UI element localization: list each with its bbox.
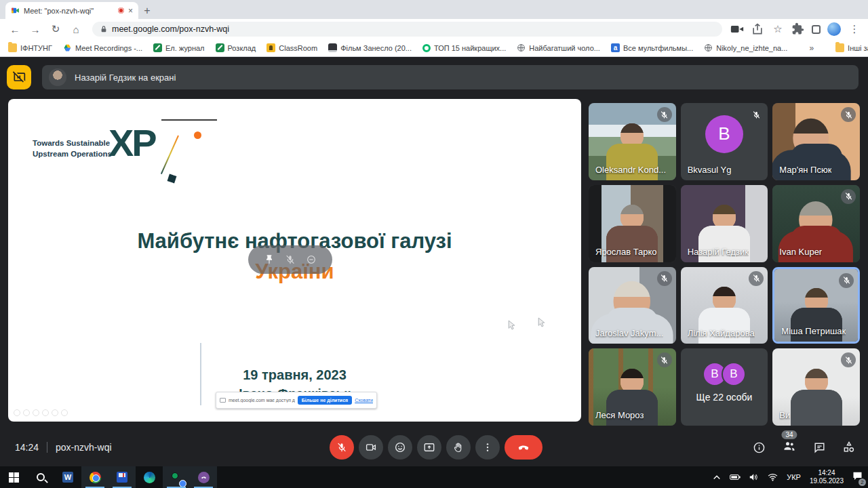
battery-icon[interactable] <box>730 473 741 481</box>
leave-call-button[interactable] <box>505 435 542 460</box>
taskbar-app-maps[interactable] <box>163 466 190 488</box>
taskbar-app-word[interactable]: W <box>54 466 81 488</box>
browser-menu-icon[interactable]: ⋮ <box>848 21 861 37</box>
participant-tile[interactable]: Ви <box>772 348 860 426</box>
pin-icon[interactable] <box>264 254 275 265</box>
side-panel-icon[interactable] <box>812 25 821 34</box>
ring-icon <box>422 44 431 52</box>
forward-icon[interactable]: → <box>27 21 43 37</box>
wifi-icon[interactable] <box>768 473 778 481</box>
tray-chevron-icon[interactable] <box>713 474 721 481</box>
mic-off-icon[interactable] <box>285 254 296 265</box>
mic-off-icon <box>844 356 853 365</box>
camera-toggle-button[interactable] <box>359 435 383 460</box>
bookmark-item[interactable]: Meet Recordings -... <box>63 43 142 52</box>
stop-presentation-button[interactable] <box>7 65 31 89</box>
language-indicator[interactable]: УКР <box>787 473 801 481</box>
stop-sharing-button[interactable]: Більше не ділитися <box>298 396 352 405</box>
start-icon <box>9 472 19 483</box>
raise-hand-button[interactable] <box>446 435 471 460</box>
participant-tile[interactable]: Oleksandr Kond... <box>589 103 676 180</box>
bookmark-item[interactable]: Найбагатший чоло... <box>517 43 600 52</box>
bookmark-item[interactable]: ТОП 15 найкращих... <box>422 44 506 52</box>
slide-logo-tagline: Towards Sustainable Upstream Operations <box>33 138 112 159</box>
mouse-cursor-icon <box>507 320 516 330</box>
participant-tile[interactable]: Ярослав Тарко <box>589 185 676 262</box>
journal-icon <box>153 43 162 52</box>
activities-icon[interactable] <box>842 441 856 454</box>
meet-bottom-bar: 14:24 pox-nzvh-wqi <box>0 428 868 466</box>
extensions-icon[interactable] <box>791 21 805 37</box>
mic-off-icon <box>842 276 851 285</box>
taskbar-app-floppy[interactable] <box>108 466 136 488</box>
presenting-banner[interactable]: Назарій Гедзик на екрані <box>42 65 859 89</box>
anime-icon: a <box>611 43 620 52</box>
home-icon[interactable]: ⌂ <box>68 21 84 37</box>
share-icon[interactable] <box>751 21 764 37</box>
camera-in-use-icon[interactable] <box>730 21 744 37</box>
tile-hover-controls <box>248 245 332 274</box>
mic-off-icon <box>844 192 853 201</box>
participant-name: Леся Мороз <box>595 410 644 420</box>
volume-icon[interactable] <box>749 473 759 481</box>
bookmarks-overflow-icon[interactable]: » <box>809 43 814 53</box>
participant-tile[interactable]: Jaroslav Jakym... <box>589 267 676 344</box>
participant-tile[interactable]: Назарій Гедзик <box>681 185 768 262</box>
new-tab-button[interactable]: + <box>138 2 156 19</box>
taskbar-app-chrome[interactable] <box>81 466 108 488</box>
action-center-button[interactable]: 2 <box>852 471 863 483</box>
participant-tile[interactable]: Міша Петришак <box>772 267 860 344</box>
profile-avatar[interactable] <box>827 22 841 36</box>
bookmark-item[interactable]: Фільм Занесло (20... <box>328 43 412 52</box>
browser-tab[interactable]: Meet: "pox-nzvh-wqi" × <box>5 2 138 19</box>
muted-indicator <box>841 189 856 204</box>
participant-tile[interactable]: Мар'ян Псюк <box>772 103 860 180</box>
bookmark-item[interactable]: Ел. журнал <box>153 43 204 52</box>
back-icon[interactable]: ← <box>7 21 23 37</box>
participant-tile[interactable]: Лілія Хайдарова <box>681 267 768 344</box>
bookmarks-list: ІФНТУНГMeet Recordings -...Ел. журналРоз… <box>8 43 787 52</box>
present-screen-button[interactable] <box>417 435 441 460</box>
bookmark-item[interactable]: Nikoly_ne_izhte_na... <box>704 43 787 52</box>
reload-icon[interactable]: ↻ <box>47 21 64 37</box>
shared-screen-tile[interactable]: Towards Sustainable Upstream Operations … <box>8 99 581 422</box>
participant-name: Назарій Гедзик <box>688 247 749 257</box>
tab-close-icon[interactable]: × <box>128 7 133 15</box>
journal-icon <box>216 43 224 52</box>
taskbar-app-search[interactable] <box>27 466 54 488</box>
classroom-icon <box>267 43 275 52</box>
remove-participant-icon[interactable] <box>306 254 317 265</box>
meet-main-area: Назарій Гедзик на екрані Towards Sustain… <box>0 57 868 466</box>
participant-tile[interactable]: Леся Мороз <box>589 348 676 426</box>
taskbar-app-start[interactable] <box>0 466 27 488</box>
presenter-avatar <box>49 68 66 86</box>
url-text: meet.google.com/pox-nzvh-wqi <box>112 24 229 34</box>
bookmark-item[interactable]: ClassRoom <box>267 43 317 52</box>
mic-toggle-button[interactable] <box>330 435 354 460</box>
bookmark-item[interactable]: ІФНТУНГ <box>8 43 52 52</box>
bookmark-item[interactable]: aВсе мультфильмы... <box>611 43 693 52</box>
hide-notice-link[interactable]: Сховати <box>355 398 373 403</box>
other-bookmarks-button[interactable]: Інші закладки <box>835 43 868 52</box>
browser-tab-strip: Meet: "pox-nzvh-wqi" × + <box>0 0 868 19</box>
chat-icon[interactable] <box>813 441 826 454</box>
muted-indicator <box>839 273 854 288</box>
emoji-icon <box>394 441 406 453</box>
address-bar[interactable]: meet.google.com/pox-nzvh-wqi <box>92 22 722 37</box>
meeting-details-icon[interactable] <box>753 441 766 454</box>
participant-tile[interactable]: Ivan Kuper <box>772 185 860 262</box>
more-options-button[interactable] <box>475 435 500 460</box>
taskbar-app-edge[interactable] <box>136 466 163 488</box>
participant-tile[interactable]: BBЩе 22 особи <box>681 348 768 426</box>
tray-clock[interactable]: 14:2419.05.2023 <box>810 469 844 486</box>
word-icon: W <box>62 472 73 483</box>
participant-tile[interactable]: BBkvasul Yg <box>681 103 768 180</box>
participants-panel-button[interactable]: 34 <box>782 439 797 455</box>
search-icon <box>37 473 45 481</box>
taskbar-app-viber[interactable] <box>190 466 217 488</box>
bookmark-item[interactable]: Розклад <box>216 43 256 52</box>
participant-name: Ivan Kuper <box>779 247 822 257</box>
floppy-icon <box>117 472 127 483</box>
bookmark-star-icon[interactable]: ☆ <box>771 21 785 37</box>
reactions-button[interactable] <box>388 435 412 460</box>
